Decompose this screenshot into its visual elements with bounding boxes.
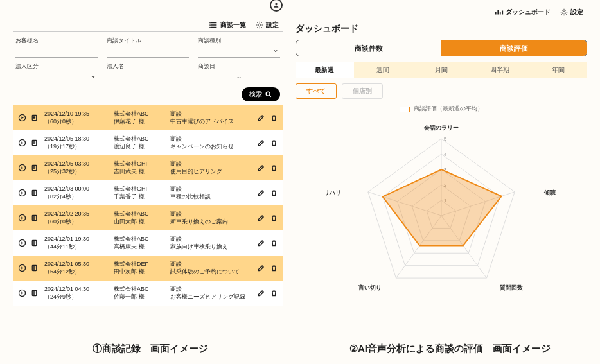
document-button[interactable]	[29, 213, 39, 223]
search-filters: お客様名 商談タイトル 商談種別 法人区分 法人名 商談日～	[13, 32, 283, 87]
document-button[interactable]	[29, 263, 39, 273]
deal-datetime: 2024/12/01 05:30（54分12秒）	[44, 261, 109, 275]
gear-icon	[560, 8, 569, 17]
period-tab[interactable]: 年間	[529, 62, 587, 78]
label-corp-name: 法人名	[107, 63, 189, 71]
period-tab[interactable]: 月間	[412, 62, 471, 78]
deal-title: 商談家族向け車検乗り換え	[170, 236, 251, 250]
label-date: 商談日	[198, 63, 280, 71]
deal-title: 商談使用目的ヒアリング	[170, 160, 251, 175]
deal-company: 株式会社GHI千葉香子 様	[114, 186, 165, 200]
dashboard-icon	[495, 8, 504, 17]
filter-chip[interactable]: 個店別	[342, 83, 383, 99]
deal-row[interactable]: 2024/12/05 03:30（25分32秒）株式会社GHI吉田武夫 様商談使…	[13, 155, 283, 180]
customer-input[interactable]	[15, 46, 98, 58]
deal-row[interactable]: 2024/12/01 05:30（54分12秒）株式会社DEF田中次郎 様商談試…	[13, 256, 283, 281]
nav-settings[interactable]: 設定	[255, 21, 279, 30]
deal-company: 株式会社ABC山田太郎 様	[114, 211, 165, 225]
delete-button[interactable]	[269, 163, 279, 173]
deal-row[interactable]: 2024/12/05 18:30（19分17秒）株式会社ABC渡辺良子 様商談キ…	[13, 130, 283, 155]
edit-button[interactable]	[256, 113, 266, 123]
delete-button[interactable]	[269, 213, 279, 223]
deal-title: 商談中古車選びのアドバイス	[170, 110, 251, 125]
svg-text:メリハリ: メリハリ	[326, 189, 341, 196]
deal-company: 株式会社ABC佐藤一郎 様	[114, 286, 165, 300]
deal-datetime: 2024/12/01 19:30（44分11秒）	[44, 236, 109, 250]
account-avatar-icon[interactable]	[270, 0, 283, 12]
edit-button[interactable]	[256, 238, 266, 248]
deal-row[interactable]: 2024/12/10 19:35（60分0秒）株式会社ABC伊藤花子 様商談中古…	[13, 105, 283, 130]
document-button[interactable]	[29, 188, 39, 198]
period-tabs: 最新週週間月間四半期年間	[296, 62, 587, 78]
deal-row[interactable]: 2024/12/02 20:35（60分0秒）株式会社ABC山田太郎 様商談新車…	[13, 205, 283, 230]
deals-list: 2024/12/10 19:35（60分0秒）株式会社ABC伊藤花子 様商談中古…	[13, 105, 283, 306]
radar-chart: 12345会話のラリー傾聴質問回数言い切りメリハリ	[296, 113, 587, 334]
svg-text:傾聴: 傾聴	[543, 189, 556, 196]
corp-name-input[interactable]	[107, 72, 189, 83]
document-button[interactable]	[29, 238, 39, 248]
title-input[interactable]	[107, 46, 189, 58]
kind-select[interactable]	[198, 46, 280, 58]
edit-button[interactable]	[256, 188, 266, 198]
deal-row[interactable]: 2024/12/03 00:00（82分4秒）株式会社GHI千葉香子 様商談車種…	[13, 180, 283, 205]
deal-row[interactable]: 2024/12/01 19:30（44分11秒）株式会社ABC高橋康夫 様商談家…	[13, 230, 283, 256]
document-button[interactable]	[29, 138, 39, 148]
label-customer: お客様名	[15, 37, 98, 45]
period-tab[interactable]: 週間	[354, 62, 412, 78]
play-button[interactable]	[17, 263, 27, 273]
date-range-input[interactable]: ～	[198, 72, 280, 83]
search-icon	[265, 91, 272, 98]
delete-button[interactable]	[269, 113, 279, 123]
deal-title: 商談新車乗り換えのご案内	[170, 211, 251, 225]
deal-company: 株式会社DEF田中次郎 様	[114, 261, 165, 275]
list-icon	[209, 21, 218, 30]
delete-button[interactable]	[269, 288, 279, 299]
svg-text:質問回数: 質問回数	[499, 284, 524, 291]
delete-button[interactable]	[269, 238, 279, 248]
deal-datetime: 2024/12/10 19:35（60分0秒）	[44, 110, 109, 125]
corp-type-select[interactable]	[15, 72, 98, 83]
edit-button[interactable]	[256, 263, 266, 273]
deal-datetime: 2024/12/01 04:30（24分9秒）	[44, 286, 109, 300]
legend-swatch	[400, 107, 410, 112]
edit-button[interactable]	[256, 138, 266, 148]
period-tab[interactable]: 四半期	[470, 62, 529, 78]
nav-dashboard[interactable]: ダッシュボード	[495, 8, 551, 17]
legend-label: 商談評価（最新週の平均）	[414, 105, 483, 113]
document-button[interactable]	[29, 163, 39, 173]
play-button[interactable]	[17, 213, 27, 223]
play-button[interactable]	[17, 163, 27, 173]
play-button[interactable]	[17, 113, 27, 123]
left-nav: 商談一覧 設定	[13, 18, 283, 32]
search-button[interactable]: 検索	[242, 87, 280, 101]
play-button[interactable]	[17, 288, 27, 299]
deal-datetime: 2024/12/03 00:00（82分4秒）	[44, 186, 109, 200]
play-button[interactable]	[17, 138, 27, 148]
metric-toggle-option[interactable]: 商談評価	[441, 40, 587, 56]
caption-left: ①商談記録 画面イメージ	[0, 343, 300, 355]
deal-row[interactable]: 2024/12/01 04:30（24分9秒）株式会社ABC佐藤一郎 様商談お客…	[13, 281, 283, 306]
delete-button[interactable]	[269, 138, 279, 148]
period-tab[interactable]: 最新週	[296, 62, 354, 78]
delete-button[interactable]	[269, 188, 279, 198]
play-button[interactable]	[17, 238, 27, 248]
metric-toggle-option[interactable]: 商談件数	[296, 40, 441, 56]
deal-title: 商談キャンペーンのお知らせ	[170, 135, 251, 150]
label-corp-type: 法人区分	[15, 63, 98, 71]
filter-chip[interactable]: すべて	[296, 83, 337, 99]
edit-button[interactable]	[256, 213, 266, 223]
play-button[interactable]	[17, 188, 27, 198]
deal-company: 株式会社ABC伊藤花子 様	[114, 110, 165, 125]
svg-text:4: 4	[444, 152, 446, 157]
label-kind: 商談種別	[198, 37, 280, 45]
svg-text:会話のラリー: 会話のラリー	[423, 125, 459, 131]
nav-settings[interactable]: 設定	[560, 8, 583, 17]
nav-deals-list[interactable]: 商談一覧	[209, 21, 246, 30]
svg-text:言い切り: 言い切り	[358, 284, 382, 291]
document-button[interactable]	[29, 113, 39, 123]
right-nav: ダッシュボード 設定	[296, 5, 587, 19]
edit-button[interactable]	[256, 288, 266, 299]
delete-button[interactable]	[269, 263, 279, 273]
document-button[interactable]	[29, 288, 39, 299]
edit-button[interactable]	[256, 163, 266, 173]
